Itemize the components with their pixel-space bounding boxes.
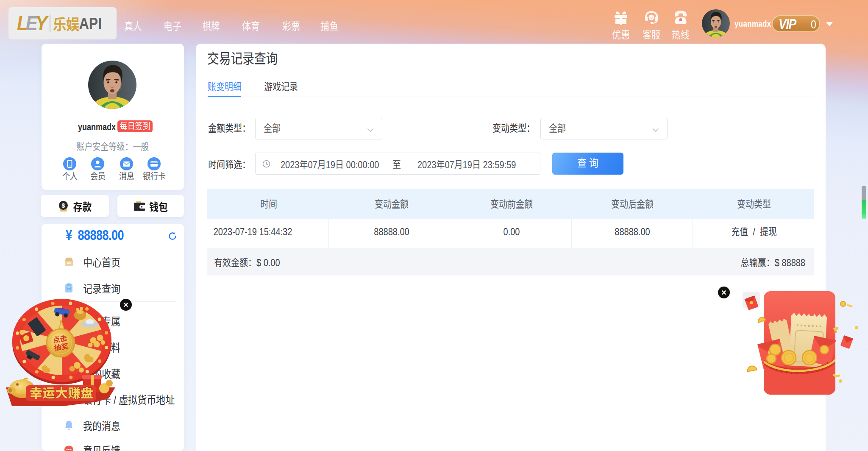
svg-text:抽奖: 抽奖 — [53, 340, 69, 353]
svg-text:$: $ — [62, 202, 65, 209]
svg-text:幸运大赚盘: 幸运大赚盘 — [30, 383, 93, 401]
